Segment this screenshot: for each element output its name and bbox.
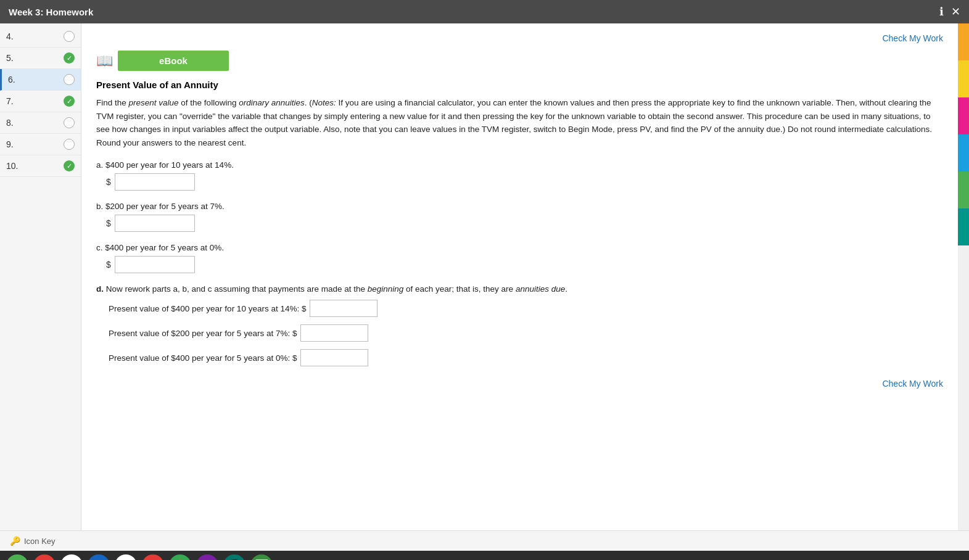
sidebar: 4. 5. ✓ 6. 7. ✓ 8. 9. 10. ✓ — [0, 23, 81, 530]
check-my-work-bottom-link[interactable]: Check My Work — [882, 379, 943, 389]
status-empty-4 — [64, 31, 75, 42]
part-b-dollar: $ — [106, 218, 111, 228]
accent-teal — [958, 208, 969, 245]
status-empty-9 — [64, 139, 75, 150]
accent-green — [958, 171, 969, 208]
sidebar-num-8: 8. — [6, 118, 64, 128]
sidebar-num-10: 10. — [6, 161, 64, 171]
key-icon: 🔑 — [10, 536, 20, 546]
main-layout: 4. 5. ✓ 6. 7. ✓ 8. 9. 10. ✓ — [0, 23, 969, 530]
part-d-input-3[interactable] — [300, 349, 368, 366]
accent-blue — [958, 134, 969, 171]
part-d-row-1-label: Present value of $400 per year for 10 ye… — [109, 304, 306, 313]
part-d-row-3-label: Present value of $400 per year for 5 yea… — [109, 353, 297, 363]
part-a: a. $400 per year for 10 years at 14%. $ — [96, 160, 943, 191]
ebook-button[interactable]: eBook — [118, 51, 229, 71]
taskbar-icon-play[interactable]: ▶ — [6, 554, 28, 560]
check-my-work-top-container: Check My Work — [96, 33, 943, 43]
sidebar-num-6: 6. — [8, 75, 64, 84]
title-bar-controls: ℹ ✕ — [939, 5, 960, 19]
part-c-input-row: $ — [106, 256, 943, 273]
taskbar-icon-gmail[interactable]: M — [60, 554, 83, 560]
part-a-input[interactable] — [115, 173, 195, 191]
sidebar-num-9: 9. — [6, 139, 64, 149]
taskbar-icon-teal[interactable]: 💬 — [223, 554, 245, 560]
part-a-dollar: $ — [106, 177, 111, 187]
part-b-input[interactable] — [115, 215, 195, 232]
check-my-work-top-link[interactable]: Check My Work — [882, 33, 943, 43]
status-check-5: ✓ — [64, 52, 75, 64]
taskbar-icon-maps[interactable]: 📍 — [169, 554, 191, 560]
taskbar-icon-purple[interactable]: ♪ — [196, 554, 218, 560]
content-area: Check My Work 📖 eBook Present Value of a… — [81, 23, 958, 530]
title-bar: Week 3: Homework ℹ ✕ — [0, 0, 969, 23]
sidebar-item-6[interactable]: 6. — [0, 69, 81, 91]
status-empty-6 — [64, 74, 75, 85]
sidebar-item-8[interactable]: 8. — [0, 112, 81, 134]
part-d-row-1: Present value of $400 per year for 10 ye… — [109, 300, 943, 317]
part-b-input-row: $ — [106, 215, 943, 232]
part-d-rows: Present value of $400 per year for 10 ye… — [109, 300, 943, 366]
status-check-7: ✓ — [64, 96, 75, 107]
book-icon: 📖 — [96, 53, 113, 69]
part-d: d. Now rework parts a, b, and c assuming… — [96, 284, 943, 366]
accent-yellow — [958, 60, 969, 97]
part-a-input-row: $ — [106, 173, 943, 191]
part-c-label: c. $400 per year for 5 years at 0%. — [96, 243, 943, 252]
ebook-bar: 📖 eBook — [96, 51, 943, 71]
sidebar-item-5[interactable]: 5. ✓ — [0, 47, 81, 69]
part-c: c. $400 per year for 5 years at 0%. $ — [96, 243, 943, 273]
part-d-row-2: Present value of $200 per year for 5 yea… — [109, 324, 943, 342]
info-icon[interactable]: ℹ — [939, 5, 944, 19]
sidebar-item-7[interactable]: 7. ✓ — [0, 91, 81, 112]
close-icon[interactable]: ✕ — [951, 5, 960, 19]
part-d-label: d. Now rework parts a, b, and c assuming… — [96, 284, 943, 294]
taskbar-icon-drive[interactable]: ▲ — [88, 554, 110, 560]
taskbar-icon-chrome[interactable]: ● — [33, 554, 56, 560]
part-b: b. $200 per year for 5 years at 7%. $ — [96, 202, 943, 232]
icon-key-label: Icon Key — [24, 537, 56, 546]
part-d-input-2[interactable] — [300, 324, 368, 342]
part-d-row-2-label: Present value of $200 per year for 5 yea… — [109, 329, 297, 338]
sidebar-item-4[interactable]: 4. — [0, 26, 81, 47]
sidebar-num-7: 7. — [6, 96, 64, 106]
taskbar-icon-yt[interactable]: ▶ — [142, 554, 164, 560]
part-b-label: b. $200 per year for 5 years at 7%. — [96, 202, 943, 211]
taskbar-icon-google[interactable]: G — [115, 554, 137, 560]
sidebar-num-5: 5. — [6, 53, 64, 63]
part-d-input-1[interactable] — [310, 300, 377, 317]
check-my-work-bottom-container: Check My Work — [96, 379, 943, 389]
sidebar-item-9[interactable]: 9. — [0, 134, 81, 155]
description: Find the present value of the following … — [96, 96, 943, 149]
part-d-row-3: Present value of $400 per year for 5 yea… — [109, 349, 943, 366]
sidebar-item-10[interactable]: 10. ✓ — [0, 155, 81, 177]
section-title: Present Value of an Annuity — [96, 80, 943, 90]
status-check-10: ✓ — [64, 160, 75, 171]
window-title: Week 3: Homework — [9, 7, 93, 17]
part-a-label: a. $400 per year for 10 years at 14%. — [96, 160, 943, 170]
part-c-input[interactable] — [115, 256, 195, 273]
part-c-dollar: $ — [106, 260, 111, 270]
accent-orange — [958, 23, 969, 60]
accent-pink — [958, 97, 969, 134]
taskbar: ▶ ● M ▲ G ▶ 📍 ♪ 💬 📊 2:14 PM — [0, 551, 969, 560]
status-empty-8 — [64, 117, 75, 128]
sidebar-num-4: 4. — [6, 31, 64, 41]
taskbar-icon-dark-green[interactable]: 📊 — [250, 554, 273, 560]
right-accent-bar — [958, 23, 969, 530]
icon-key-bar: 🔑 Icon Key — [0, 530, 969, 551]
